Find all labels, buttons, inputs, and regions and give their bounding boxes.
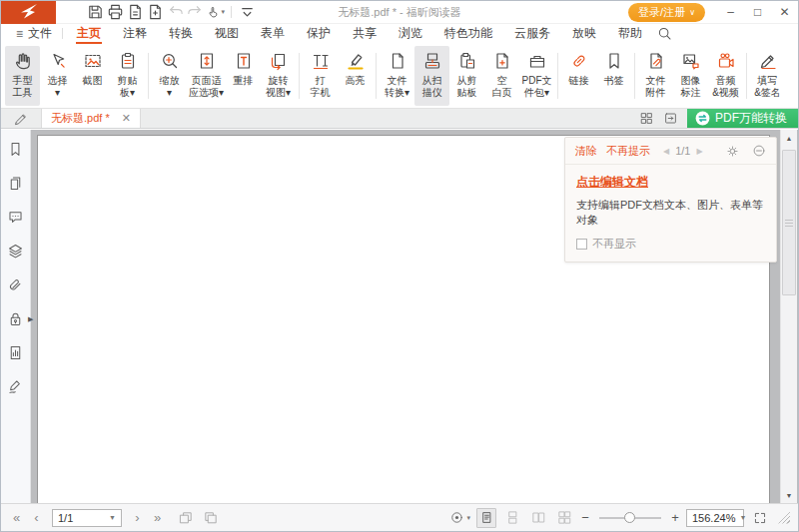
redo-icon[interactable] [186,3,205,22]
menu-tab-form[interactable]: 表单 [250,24,296,43]
scrollbar-thumb[interactable] [782,150,796,295]
dont-show-again-checkbox[interactable]: 不再显示 [576,237,765,252]
fit-page-icon [197,49,217,73]
facing-view-icon[interactable] [528,508,548,528]
facing-continuous-view-icon[interactable] [554,508,574,528]
notification-clear-button[interactable]: 清除 [575,144,597,159]
maximize-button[interactable]: □ [744,1,771,23]
previous-view-icon[interactable] [176,508,196,528]
notification-minimize-icon[interactable] [752,144,766,158]
page-number-combobox[interactable]: 1/1 ▼ [52,509,122,527]
sidebar-expand-handle[interactable]: ▶ [28,315,33,323]
ribbon-item-snapshot[interactable]: 截图 [75,46,110,106]
status-bar: « ‹ 1/1 ▼ › » ▾ − + 156.24% ▼ [1,503,798,531]
notification-no-remind-button[interactable]: 不再提示 [606,144,650,159]
ribbon-item-file-convert[interactable]: 文件 转换▾ [380,46,414,106]
zoom-slider[interactable] [599,517,661,519]
menu-tab-browse[interactable]: 浏览 [388,24,433,43]
fullscreen-icon[interactable] [750,508,770,528]
zoom-out-button[interactable]: − [580,510,590,525]
ribbon-item-from-scanner[interactable]: 从扫 描仪 [414,46,449,106]
ribbon-item-pdf-package[interactable]: PDF文 件包▾ [519,46,554,106]
ribbon-item-image-annotation[interactable]: 图像 标注 [673,46,708,106]
sidebar-panel-attachments-icon[interactable] [6,274,26,294]
ribbon-item-clipboard[interactable]: 剪贴 板▾ [110,46,145,106]
newdoc-icon[interactable] [146,3,165,22]
sidebar-panel-bookmarks-icon[interactable] [6,139,26,159]
edit-pencil-icon[interactable] [1,109,41,128]
zoom-slider-knob[interactable] [624,512,635,523]
ribbon-item-from-clipboard[interactable]: 从剪 贴板 [449,46,484,106]
snapshot-icon [83,49,103,73]
single-page-view-icon[interactable] [476,508,496,528]
sidebar-panel-signature-icon[interactable] [6,376,26,396]
tab-close-icon[interactable]: ✕ [122,113,131,124]
ribbon-item-select[interactable]: 选择 ▾ [40,46,75,106]
open-icon[interactable] [66,3,85,22]
prev-page-button[interactable]: ‹ [29,510,44,525]
menu-tab-home[interactable]: 主页 [66,24,112,43]
pager-prev-icon[interactable]: ◀ [663,147,669,156]
pager-next-icon[interactable]: ▶ [696,147,702,156]
ribbon-item-rotate-view[interactable]: 旋转 视图▾ [261,46,296,106]
notification-description: 支持编辑PDF文档文本、图片、表单等对象 [576,198,765,228]
menu-file[interactable]: ≡ 文件 [9,24,59,43]
ribbon-item-zoom[interactable]: 缩放 ▾ [152,46,187,106]
ribbon-item-hand-tool[interactable]: 手型 工具 [5,46,40,106]
customize-icon[interactable] [238,3,257,22]
document-tab[interactable]: 无标题.pdf * ✕ [41,109,141,128]
menu-tab-view[interactable]: 视图 [204,24,250,43]
ribbon-item-fill-sign[interactable]: 填写 &签名 [750,46,785,106]
minimize-button[interactable]: – [717,1,744,23]
login-register-button[interactable]: 登录/注册 ∨ [628,3,705,22]
menu-tab-convert[interactable]: 转换 [158,24,204,43]
scroll-down-icon[interactable]: ▼ [781,487,797,503]
document-area: ▲ ▼ 清除 不再提示 ◀ 1/1 ▶ [31,130,798,503]
sidebar-panel-security-icon[interactable] [6,308,26,328]
ribbon-item-highlight[interactable]: 高亮 [338,46,373,106]
menu-tab-comment[interactable]: 注释 [112,24,158,43]
close-button[interactable]: ✕ [771,1,798,23]
ribbon-item-fit-page[interactable]: 页面适 应选项▾ [187,46,226,106]
search-icon[interactable] [656,25,673,42]
zoom-level-combobox[interactable]: 156.24% ▼ [686,509,744,527]
menu-tab-protect[interactable]: 保护 [296,24,342,43]
menu-tab-help[interactable]: 帮助 [607,24,653,43]
ribbon-item-typewriter[interactable]: 打 字机 [303,46,338,106]
continuous-view-icon[interactable] [502,508,522,528]
resize-grip[interactable] [778,512,790,524]
vertical-scrollbar[interactable]: ▲ ▼ [780,130,797,503]
touchmode-icon[interactable]: ▾ [206,3,225,22]
sidebar-panel-form-data-icon[interactable] [6,342,26,362]
switch-document-icon[interactable] [663,111,678,126]
checkbox-box[interactable] [576,239,587,250]
menu-tab-features[interactable]: 特色功能 [433,24,503,43]
menu-tab-share[interactable]: 共享 [342,24,388,43]
pdf-convert-button[interactable]: PDF万能转换 [687,109,798,128]
last-page-button[interactable]: » [150,510,165,525]
edit-document-link[interactable]: 点击编辑文档 [576,174,648,191]
ribbon-item-audio-video[interactable]: 音频 &视频 [708,46,743,106]
zoom-in-button[interactable]: + [670,510,680,525]
menu-tab-cloud[interactable]: 云服务 [503,24,561,43]
sidebar-panel-layers-icon[interactable] [6,241,26,261]
scroll-up-icon[interactable]: ▲ [781,130,797,146]
ribbon-item-blank-page[interactable]: 空 白页 [484,46,519,106]
ribbon-item-link[interactable]: 链接 [561,46,596,106]
save-icon[interactable] [86,3,105,22]
next-page-button[interactable]: › [130,510,145,525]
sidebar-panel-comments-icon[interactable] [6,207,26,227]
grid-view-icon[interactable] [639,111,654,126]
notification-settings-icon[interactable] [726,145,739,158]
ribbon-item-reflow[interactable]: 重排 [226,46,261,106]
saveas-icon[interactable] [126,3,145,22]
undo-icon[interactable] [166,3,185,22]
menu-tab-slideshow[interactable]: 放映 [561,24,607,43]
sidebar-panel-pages-icon[interactable] [6,173,26,193]
view-mode-icon[interactable] [446,508,466,528]
first-page-button[interactable]: « [9,510,24,525]
ribbon-item-bookmark[interactable]: 书签 [596,46,631,106]
next-view-icon[interactable] [201,508,221,528]
ribbon-item-file-attachment[interactable]: 文件 附件 [638,46,673,106]
print-icon[interactable] [106,3,125,22]
